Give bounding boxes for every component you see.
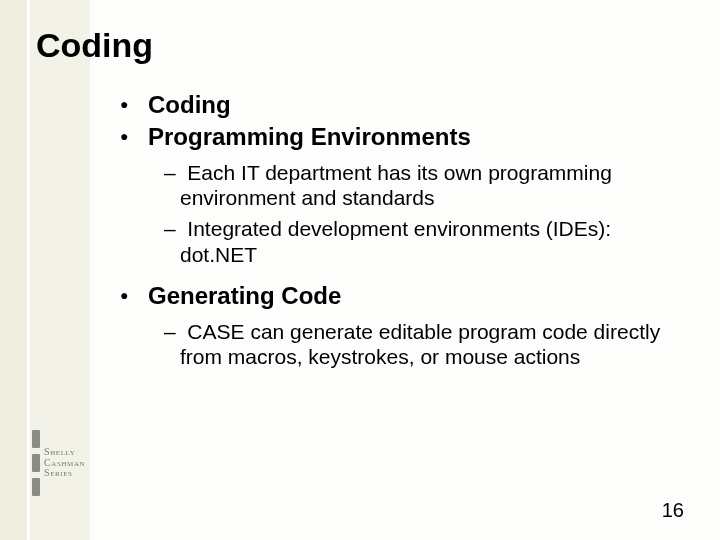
publisher-logo: Shelly Cashman Series — [32, 420, 88, 506]
page-number: 16 — [662, 499, 684, 522]
sub-bullet-item: Each IT department has its own programmi… — [120, 160, 690, 210]
logo-text: Shelly Cashman Series — [44, 447, 85, 479]
sub-bullet-item: Integrated development environments (IDE… — [120, 216, 690, 266]
bullet-item: Coding — [120, 90, 690, 120]
logo-line: Series — [44, 468, 85, 479]
bullet-item: Programming Environments — [120, 122, 690, 152]
logo-bars-icon — [32, 430, 40, 496]
slide-content: Coding Programming Environments Each IT … — [120, 90, 690, 375]
bullet-item: Generating Code — [120, 281, 690, 311]
side-band-left — [0, 0, 27, 540]
sub-bullet-item: CASE can generate editable program code … — [120, 319, 690, 369]
slide-title: Coding — [36, 26, 153, 65]
